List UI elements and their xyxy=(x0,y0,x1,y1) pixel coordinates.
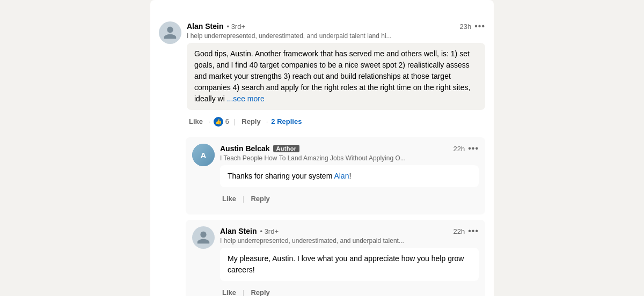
comment-header-right-alan: 23h ••• xyxy=(459,21,485,31)
author-name-austin[interactable]: Austin Belcak xyxy=(220,144,270,153)
connection-alan: • 3rd+ xyxy=(226,23,245,31)
like-button-alan-reply[interactable]: Like xyxy=(220,287,238,296)
comment-body-austin: Austin Belcak Author 22h ••• I Teach Peo… xyxy=(220,144,479,208)
reaction-count-alan: 6 xyxy=(225,117,229,125)
avatar-alan-reply xyxy=(192,226,215,249)
comment-actions-alan: Like · 👍 6 | Reply · 2 Replies xyxy=(187,114,485,131)
comment-header-right-alan-reply: 22h ••• xyxy=(453,226,479,236)
comment-text-austin-post: ! xyxy=(349,172,351,180)
reply-button-alan-reply[interactable]: Reply xyxy=(248,287,272,296)
connection-alan-reply: • 3rd+ xyxy=(260,227,279,235)
comment-header-left-austin: Austin Belcak Author xyxy=(220,144,299,153)
nested-comment-austin: A Austin Belcak Author 22h ••• xyxy=(186,137,485,214)
reaction-icon-alan: 👍 xyxy=(214,117,223,127)
reply-button-austin[interactable]: Reply xyxy=(248,194,272,204)
timestamp-alan-reply: 22h xyxy=(453,227,465,235)
more-options-austin[interactable]: ••• xyxy=(468,144,479,153)
timestamp-alan: 23h xyxy=(459,23,471,31)
comment-alan-main: Alan Stein • 3rd+ 23h ••• I help underre… xyxy=(159,15,485,137)
see-more-alan[interactable]: ...see more xyxy=(227,94,265,103)
comment-header-alan-reply: Alan Stein • 3rd+ 22h ••• xyxy=(220,226,479,236)
author-badge-austin: Author xyxy=(273,145,300,152)
comment-actions-alan-reply: Like | Reply xyxy=(220,285,479,296)
pipe-sep-1: | xyxy=(233,117,235,125)
nested-comment-alan-reply: Alan Stein • 3rd+ 22h ••• I help underre… xyxy=(186,220,485,296)
tagline-alan-reply: I help underrepresented, underestimated,… xyxy=(220,237,479,245)
mention-alan-link[interactable]: Alan xyxy=(334,172,349,180)
replies-button-alan[interactable]: 2 Replies xyxy=(271,117,302,125)
comment-header-left-alan-reply: Alan Stein • 3rd+ xyxy=(220,227,279,235)
comment-text-austin: Thanks for sharing your system Alan! xyxy=(220,165,479,187)
tagline-austin: I Teach People How To Land Amazing Jobs … xyxy=(220,154,479,162)
comment-header-austin: Austin Belcak Author 22h ••• xyxy=(220,144,479,153)
avatar-img-austin: A xyxy=(192,144,215,166)
author-name-alan-reply[interactable]: Alan Stein xyxy=(220,227,257,235)
timestamp-austin: 22h xyxy=(453,145,465,153)
author-name-alan[interactable]: Alan Stein xyxy=(187,22,223,31)
comment-austin: A Austin Belcak Author 22h ••• xyxy=(192,144,479,208)
comment-text-austin-pre: Thanks for sharing your system xyxy=(228,172,334,180)
comment-actions-austin: Like | Reply xyxy=(220,191,479,208)
more-options-alan[interactable]: ••• xyxy=(474,21,485,31)
tagline-alan: I help underrepresented, underestimated,… xyxy=(187,32,485,40)
reply-button-alan[interactable]: Reply xyxy=(239,116,262,127)
more-options-alan-reply[interactable]: ••• xyxy=(468,226,479,236)
comment-header-alan-main: Alan Stein • 3rd+ 23h ••• xyxy=(187,21,485,31)
comment-alan-reply: Alan Stein • 3rd+ 22h ••• I help underre… xyxy=(192,226,479,296)
comment-text-alan-reply: My pleasure, Austin. I love what you and… xyxy=(220,248,479,281)
comment-text-alan: Good tips, Austin. Another framework tha… xyxy=(187,43,485,110)
like-button-alan[interactable]: Like xyxy=(187,116,205,127)
comment-header-left-alan: Alan Stein • 3rd+ xyxy=(187,22,245,31)
like-button-austin[interactable]: Like xyxy=(220,194,238,204)
comment-body-alan-main: Alan Stein • 3rd+ 23h ••• I help underre… xyxy=(187,21,485,131)
comment-body-alan-reply: Alan Stein • 3rd+ 22h ••• I help underre… xyxy=(220,226,479,296)
comment-text-alan-reply-content: My pleasure, Austin. I love what you and… xyxy=(228,254,464,274)
comment-header-right-austin: 22h ••• xyxy=(453,144,479,153)
avatar-austin: A xyxy=(192,144,215,166)
avatar-alan-main xyxy=(159,21,181,44)
